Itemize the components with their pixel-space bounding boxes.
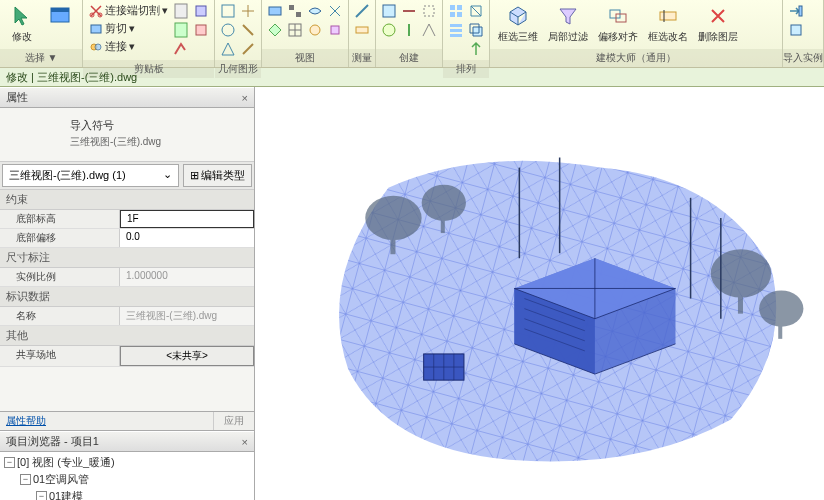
left-panel: 属性 × 导入符号 三维视图-(三维).dwg 三维视图-(三维).dwg (1… xyxy=(0,87,255,500)
geom-icon-1[interactable] xyxy=(219,2,237,20)
properties-footer: 属性帮助 应用 xyxy=(0,411,254,431)
view-icon-1[interactable] xyxy=(266,2,284,20)
view-icon-5[interactable] xyxy=(306,2,324,20)
svg-point-35 xyxy=(365,196,421,240)
properties-apply-button[interactable]: 应用 xyxy=(213,412,254,430)
create-icon-6[interactable] xyxy=(420,21,438,39)
import-icon-1[interactable] xyxy=(787,2,805,20)
arrange-icon-2[interactable] xyxy=(447,21,465,39)
properties-blank xyxy=(0,367,254,411)
offset-align-button[interactable]: 偏移对齐 xyxy=(594,2,642,46)
create-icon-1[interactable] xyxy=(380,2,398,20)
arrange-icon-3[interactable] xyxy=(467,2,485,20)
clipboard-icon-4[interactable] xyxy=(192,2,210,20)
filter-button[interactable]: 局部过滤 xyxy=(544,2,592,46)
prop-row-base-level: 底部标高 1F xyxy=(0,210,254,229)
base-level-input[interactable]: 1F xyxy=(120,210,254,228)
section-constraints[interactable]: 约束 xyxy=(0,190,254,210)
view-icon-7[interactable] xyxy=(326,2,344,20)
delete-layer-button[interactable]: 删除图层 xyxy=(694,2,742,46)
clipboard-icon-5[interactable] xyxy=(192,21,210,39)
svg-rect-27 xyxy=(450,24,462,27)
create-icon-3[interactable] xyxy=(400,2,418,20)
group-title-geometry: 几何图形 xyxy=(215,60,261,78)
arrange-icon-4[interactable] xyxy=(467,21,485,39)
collapse-icon[interactable]: − xyxy=(20,474,31,485)
chevron-down-icon: ▾ xyxy=(129,22,135,35)
clipboard-icon-3[interactable] xyxy=(172,40,190,58)
browser-header: 项目浏览器 - 项目1 × xyxy=(0,431,254,452)
create-icon-5[interactable] xyxy=(420,2,438,20)
svg-rect-23 xyxy=(450,5,455,10)
arrange-icon-1[interactable] xyxy=(447,2,465,20)
shared-site-button[interactable]: <未共享> xyxy=(120,346,254,366)
properties-close-icon[interactable]: × xyxy=(242,92,248,104)
geom-icon-5[interactable] xyxy=(239,21,257,39)
rename-icon xyxy=(656,4,680,28)
project-browser-tree: −[0] 视图 (专业_暖通) −01空调风管 −01建模 楼层平面: 建模-二… xyxy=(0,452,254,500)
svg-rect-19 xyxy=(356,27,368,33)
create-icon-2[interactable] xyxy=(380,21,398,39)
3d-viewport[interactable] xyxy=(255,87,824,500)
svg-rect-33 xyxy=(799,6,802,16)
svg-rect-15 xyxy=(296,12,301,17)
properties-grid: 约束 底部标高 1F 底部偏移 0.0 尺寸标注 实例比例 1.000000 标… xyxy=(0,190,254,367)
properties-type-selector[interactable]: 导入符号 三维视图-(三维).dwg xyxy=(0,108,254,162)
svg-rect-28 xyxy=(450,29,462,32)
view-icon-6[interactable] xyxy=(306,21,324,39)
join-button[interactable]: 连接▾ xyxy=(87,38,170,55)
view-icon-4[interactable] xyxy=(286,21,304,39)
section-other[interactable]: 其他 xyxy=(0,326,254,346)
create-icon-4[interactable] xyxy=(400,21,418,39)
geom-icon-3[interactable] xyxy=(219,40,237,58)
window-button[interactable] xyxy=(42,2,78,30)
measure-icon-2[interactable] xyxy=(353,21,371,39)
geom-icon-6[interactable] xyxy=(239,40,257,58)
tree-node-01ac[interactable]: −01空调风管 xyxy=(2,471,252,488)
svg-point-21 xyxy=(383,24,395,36)
collapse-icon[interactable]: − xyxy=(4,457,15,468)
instance-dropdown[interactable]: 三维视图-(三维).dwg (1) ⌄ xyxy=(2,164,179,187)
tree-node-views[interactable]: −[0] 视图 (专业_暖通) xyxy=(2,454,252,471)
ribbon-group-create: 创建 xyxy=(376,0,443,67)
svg-rect-38 xyxy=(441,218,445,233)
arrange-icon-5[interactable] xyxy=(467,40,485,58)
svg-point-39 xyxy=(711,249,771,297)
group-title-master: 建模大师（通用） xyxy=(490,49,782,67)
measure-icon-1[interactable] xyxy=(353,2,371,20)
browser-close-icon[interactable]: × xyxy=(242,436,248,448)
tree-node-01model[interactable]: −01建模 xyxy=(2,488,252,500)
3d-model-mesh xyxy=(255,87,824,500)
properties-help-link[interactable]: 属性帮助 xyxy=(0,412,213,430)
svg-rect-25 xyxy=(450,12,455,17)
modify-button[interactable]: 修改 xyxy=(4,2,40,46)
select3d-button[interactable]: 框选三维 xyxy=(494,2,542,46)
connect-cut-button[interactable]: 连接端切割▾ xyxy=(87,2,170,19)
rename-button[interactable]: 框选改名 xyxy=(644,2,692,46)
cut-button[interactable]: 剪切▾ xyxy=(87,20,170,37)
view-icon-2[interactable] xyxy=(266,21,284,39)
clipboard-icon-2[interactable] xyxy=(172,21,190,39)
section-dim[interactable]: 尺寸标注 xyxy=(0,248,254,268)
section-identity[interactable]: 标识数据 xyxy=(0,287,254,307)
view-icon-3[interactable] xyxy=(286,2,304,20)
geom-icon-4[interactable] xyxy=(239,2,257,20)
ribbon-group-geometry: 几何图形 xyxy=(215,0,262,67)
base-offset-input[interactable]: 0.0 xyxy=(120,229,254,247)
funnel-icon xyxy=(556,4,580,28)
group-title-select: 选择 ▼ xyxy=(0,49,82,67)
geom-icon-2[interactable] xyxy=(219,21,237,39)
ribbon-group-view: 视图 xyxy=(262,0,349,67)
view-icon-8[interactable] xyxy=(326,21,344,39)
clipboard-icon-1[interactable] xyxy=(172,2,190,20)
window-icon xyxy=(48,4,72,28)
ribbon-group-measure: 测量 xyxy=(349,0,376,67)
join-icon xyxy=(89,40,103,54)
edit-type-button[interactable]: ⊞编辑类型 xyxy=(183,164,252,187)
group-title-import: 导入实例 xyxy=(783,49,823,67)
ribbon-group-import: 导入实例 xyxy=(783,0,824,67)
collapse-icon[interactable]: − xyxy=(36,491,47,500)
cursor-icon xyxy=(10,4,34,28)
svg-point-6 xyxy=(95,44,101,50)
import-icon-2[interactable] xyxy=(787,21,805,39)
